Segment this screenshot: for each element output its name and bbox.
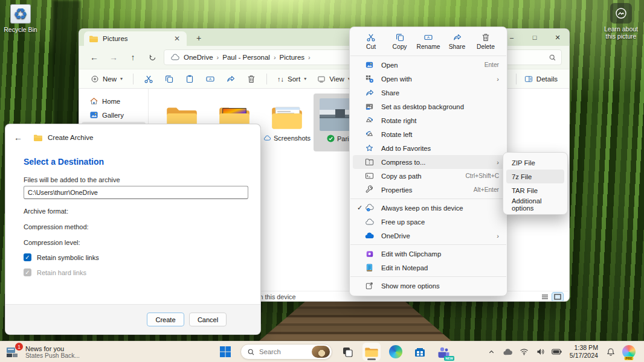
view-button[interactable]: View▾ (313, 73, 355, 85)
task-view-button[interactable] (338, 343, 356, 361)
menu-item-edit-in-notepad[interactable]: Edit in Notepad (353, 261, 504, 275)
quick-copy-button[interactable]: Copy (387, 31, 413, 51)
spotlight-label-1: Learn about (602, 25, 640, 33)
menu-item-show-more-options[interactable]: Show more options (353, 279, 504, 293)
breadcrumb-item-pictures[interactable]: Pictures (280, 54, 305, 61)
paste-button[interactable] (181, 72, 199, 86)
clipchamp-icon (364, 250, 375, 258)
teams-taskbar-icon[interactable]: NEW (435, 343, 453, 361)
search-highlight-image[interactable] (312, 346, 330, 358)
edge-taskbar-icon[interactable] (387, 343, 405, 361)
spotlight-desktop-icon[interactable]: Learn about this picture (602, 3, 640, 40)
start-button[interactable] (216, 343, 234, 361)
thumbnail-view-toggle[interactable] (552, 293, 563, 302)
tab-pictures[interactable]: Pictures ✕ (84, 31, 187, 46)
breadcrumb-chevron-icon[interactable]: › (217, 54, 219, 61)
refresh-icon[interactable] (144, 49, 160, 65)
dialog-heading: Select a Destination (24, 157, 260, 167)
onedrive-tray-icon[interactable] (502, 345, 514, 359)
recycle-bin-desktop-icon[interactable]: ♻ Recycle Bin (1, 4, 40, 33)
menu-item-rotate-right[interactable]: Rotate right (353, 113, 504, 127)
new-tab-button[interactable]: + (193, 33, 205, 45)
desktop: ♻ Recycle Bin Learn about this picture ←… (0, 0, 644, 362)
copy-button[interactable] (160, 72, 178, 86)
taskbar-search[interactable] (240, 344, 332, 360)
chevron-down-icon: ▾ (120, 76, 123, 81)
back-icon[interactable]: ← (86, 49, 102, 65)
cut-button[interactable] (140, 72, 158, 86)
quick-actions: CutCopyARenameShareDelete (350, 30, 507, 54)
menu-item-edit-with-clipchamp[interactable]: Edit with Clipchamp (353, 247, 504, 261)
menu-item-rotate-left[interactable]: Rotate left (353, 127, 504, 141)
retain-hard-checkbox: ✓ (24, 268, 31, 276)
archive-path-input[interactable] (24, 186, 248, 199)
sidebar-item-gallery[interactable]: Gallery (82, 108, 146, 122)
rename-icon: A (423, 33, 433, 42)
menu-separator (350, 198, 506, 199)
cancel-button[interactable]: Cancel (189, 313, 227, 326)
retain-symbolic-links-row[interactable]: ✓ Retain symbolic links (24, 253, 260, 261)
menu-item-free-up-space[interactable]: Free up space (353, 215, 504, 229)
tray-chevron-up-icon[interactable] (486, 345, 498, 359)
news-widget[interactable]: 1 News for you States Push Back... (0, 345, 121, 359)
copy-path-icon (364, 172, 375, 180)
maximize-button[interactable]: □ (523, 29, 546, 46)
search-input[interactable] (505, 49, 562, 65)
clock[interactable]: 1:38 PM 5/17/2024 (570, 344, 598, 360)
dialog-back-button[interactable]: ← (14, 133, 27, 142)
rename-button[interactable]: A (201, 72, 219, 86)
menu-item-share[interactable]: Share (353, 86, 504, 100)
breadcrumb-chevron-icon[interactable]: › (308, 54, 311, 61)
breadcrumb-item-paul-personal[interactable]: Paul - Personal (222, 54, 270, 61)
quick-delete-button[interactable]: Delete (473, 31, 498, 51)
recycle-bin-icon: ♻ (10, 4, 30, 24)
file-item-screenshots[interactable]: Screenshots (261, 94, 313, 151)
breadcrumb-item-onedrive[interactable]: OneDrive (170, 54, 213, 61)
wifi-icon[interactable] (518, 345, 530, 359)
retain-symbolic-checkbox[interactable]: ✓ (24, 253, 31, 261)
home-icon (89, 97, 100, 106)
submenu-item-additional-options[interactable]: Additional options (506, 197, 564, 211)
forward-icon[interactable]: → (106, 49, 121, 65)
tray-time: 1:38 PM (570, 344, 598, 352)
new-button[interactable]: New▾ (86, 72, 127, 86)
gallery-icon (89, 110, 100, 119)
search-input[interactable] (259, 348, 308, 355)
details-pane-button[interactable]: Details (520, 73, 562, 85)
menu-item-open[interactable]: OpenEnter (353, 58, 504, 72)
menu-item-properties[interactable]: PropertiesAlt+Enter (353, 183, 504, 197)
submenu-item-zip-file[interactable]: ZIP File (506, 156, 564, 170)
store-taskbar-icon[interactable] (411, 343, 429, 361)
spotlight-label-2: this picture (602, 33, 640, 40)
sort-button[interactable]: ↑↓Sort▾ (273, 73, 311, 85)
menu-item-always-keep-on-this-device[interactable]: ✓Always keep on this device (353, 201, 504, 215)
tab-close-icon[interactable]: ✕ (172, 34, 182, 43)
share-button[interactable] (222, 72, 240, 86)
delete-button[interactable] (242, 72, 260, 86)
menu-item-copy-as-path[interactable]: Copy as pathCtrl+Shift+C (353, 169, 504, 183)
battery-icon[interactable] (551, 345, 563, 359)
menu-item-set-as-desktop-background[interactable]: Set as desktop background (353, 100, 504, 113)
menu-item-add-to-favorites[interactable]: Add to Favorites (353, 141, 504, 155)
quick-rename-button[interactable]: ARename (416, 31, 441, 51)
menu-item-open-with[interactable]: Open with› (353, 72, 504, 86)
volume-icon[interactable] (535, 345, 547, 359)
create-button[interactable]: Create (147, 313, 184, 326)
up-icon[interactable]: ↑ (125, 49, 141, 65)
submenu-item-7z-file[interactable]: 7z File (506, 170, 564, 183)
tab-title: Pictures (103, 35, 128, 42)
list-view-toggle[interactable] (539, 293, 550, 302)
copilot-taskbar-icon[interactable]: PRE (621, 343, 637, 361)
submenu-item-tar-file[interactable]: TAR File (506, 183, 564, 197)
breadcrumb-chevron-icon[interactable]: › (274, 54, 276, 61)
quick-share-button[interactable]: Share (445, 31, 470, 51)
quick-cut-button[interactable]: Cut (358, 31, 384, 51)
menu-item-onedrive[interactable]: OneDrive› (353, 229, 504, 243)
notifications-bell-icon[interactable] (605, 345, 617, 359)
menu-item-compress-to-[interactable]: Compress to...› (353, 155, 504, 169)
compression-level-label: Compression level: (24, 239, 260, 246)
rotate-right-icon (364, 116, 375, 125)
file-explorer-taskbar-icon[interactable] (362, 343, 381, 361)
sidebar-item-home[interactable]: Home (82, 94, 146, 108)
close-button[interactable]: ✕ (546, 29, 569, 46)
